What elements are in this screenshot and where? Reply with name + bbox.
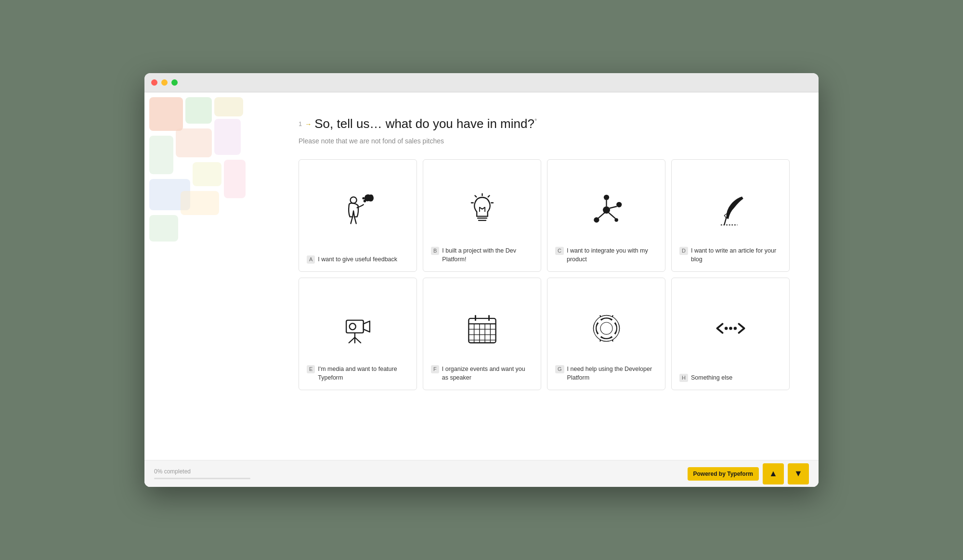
svg-point-59 bbox=[729, 327, 732, 330]
content-wrapper: 1 → So, tell us… what do you have in min… bbox=[144, 92, 819, 460]
close-button[interactable] bbox=[151, 79, 157, 86]
question-title: So, tell us… what do you have in mind?* bbox=[314, 116, 537, 131]
traffic-lights bbox=[151, 79, 178, 86]
calendar-icon bbox=[463, 309, 501, 347]
option-key-d: D bbox=[679, 247, 688, 255]
option-text-f: I organize events and want you as speake… bbox=[442, 365, 533, 382]
feather-icon bbox=[711, 191, 750, 229]
option-label-g: G I need help using the Developer Platfo… bbox=[555, 365, 657, 382]
svg-line-37 bbox=[354, 337, 360, 343]
option-text-g: I need help using the Developer Platform bbox=[567, 365, 657, 382]
app-window: 1 → So, tell us… what do you have in min… bbox=[144, 73, 819, 487]
option-text-a: I want to give useful feedback bbox=[318, 255, 397, 264]
options-grid: A I want to give useful feedback bbox=[299, 159, 790, 390]
network-icon bbox=[587, 191, 625, 229]
question-number-row: 1 → So, tell us… what do you have in min… bbox=[299, 116, 790, 131]
option-card-c[interactable]: C I want to integrate you with my produc… bbox=[547, 159, 665, 272]
option-text-e: I'm media and want to feature Typeform bbox=[318, 365, 409, 382]
option-card-f[interactable]: F I organize events and want you as spea… bbox=[423, 278, 541, 390]
powered-by-badge[interactable]: Powered by Typeform bbox=[688, 467, 759, 481]
option-card-e[interactable]: E I'm media and want to feature Typeform bbox=[299, 278, 417, 390]
nav-up-button[interactable]: ▲ bbox=[763, 463, 784, 484]
option-label-e: E I'm media and want to feature Typeform bbox=[307, 365, 409, 382]
option-label-b: B I built a project with the Dev Platfor… bbox=[431, 247, 533, 264]
option-card-d[interactable]: D I want to write an article for your bl… bbox=[671, 159, 790, 272]
progress-text: 0% completed bbox=[154, 468, 250, 475]
progress-bar-track bbox=[154, 478, 250, 479]
option-label-h: H Something else bbox=[679, 374, 732, 382]
lifebuoy-icon bbox=[587, 309, 625, 347]
option-text-h: Something else bbox=[691, 374, 732, 382]
question-number: 1 bbox=[299, 120, 302, 127]
option-key-f: F bbox=[431, 365, 439, 373]
camera-icon bbox=[338, 309, 377, 347]
option-key-c: C bbox=[555, 247, 564, 255]
svg-rect-32 bbox=[346, 320, 364, 332]
svg-point-11 bbox=[350, 197, 356, 203]
nav-down-button[interactable]: ▼ bbox=[788, 463, 809, 484]
code-dots-icon bbox=[711, 309, 750, 347]
svg-line-18 bbox=[488, 195, 489, 197]
option-card-b[interactable]: B I built a project with the Dev Platfor… bbox=[423, 159, 541, 272]
svg-point-60 bbox=[733, 327, 737, 330]
option-key-e: E bbox=[307, 365, 315, 373]
footer: 0% completed Powered by Typeform ▲ ▼ bbox=[144, 460, 819, 487]
question-subtitle: Please note that we are not fond of sale… bbox=[299, 137, 790, 145]
svg-line-29 bbox=[598, 213, 604, 218]
option-card-a[interactable]: A I want to give useful feedback bbox=[299, 159, 417, 272]
minimize-button[interactable] bbox=[161, 79, 168, 86]
option-key-a: A bbox=[307, 255, 315, 264]
option-key-b: B bbox=[431, 247, 439, 255]
question-header: 1 → So, tell us… what do you have in min… bbox=[299, 116, 790, 145]
option-text-c: I want to integrate you with my product bbox=[567, 247, 657, 264]
svg-line-20 bbox=[475, 195, 476, 197]
lightbulb-icon bbox=[463, 191, 501, 229]
powered-by-prefix: Powered by bbox=[693, 471, 728, 477]
svg-line-28 bbox=[610, 206, 617, 208]
svg-marker-33 bbox=[363, 321, 369, 332]
svg-point-14 bbox=[362, 197, 364, 199]
thinking-person-icon bbox=[338, 191, 377, 229]
option-key-h: H bbox=[679, 374, 688, 382]
option-text-d: I want to write an article for your blog bbox=[691, 247, 781, 264]
option-label-a: A I want to give useful feedback bbox=[307, 255, 397, 264]
svg-point-34 bbox=[349, 323, 355, 330]
main-area: 1 → So, tell us… what do you have in min… bbox=[144, 92, 819, 487]
option-card-h[interactable]: H Something else bbox=[671, 278, 790, 390]
svg-point-24 bbox=[616, 202, 622, 207]
svg-point-51 bbox=[600, 322, 612, 334]
svg-point-58 bbox=[724, 327, 728, 330]
svg-rect-39 bbox=[468, 318, 495, 343]
option-label-c: C I want to integrate you with my produc… bbox=[555, 247, 657, 264]
footer-right: Powered by Typeform ▲ ▼ bbox=[688, 463, 809, 484]
option-label-f: F I organize events and want you as spea… bbox=[431, 365, 533, 382]
question-arrow: → bbox=[305, 120, 312, 128]
svg-point-57 bbox=[599, 321, 613, 335]
option-text-b: I built a project with the Dev Platform! bbox=[442, 247, 533, 264]
svg-line-36 bbox=[349, 337, 354, 343]
option-card-g[interactable]: G I need help using the Developer Platfo… bbox=[547, 278, 665, 390]
svg-point-23 bbox=[603, 194, 609, 200]
option-label-d: D I want to write an article for your bl… bbox=[679, 247, 781, 264]
progress-section: 0% completed bbox=[154, 468, 250, 479]
svg-line-30 bbox=[609, 213, 615, 218]
maximize-button[interactable] bbox=[171, 79, 178, 86]
titlebar bbox=[144, 73, 819, 92]
powered-by-brand: Typeform bbox=[727, 471, 753, 477]
svg-point-56 bbox=[595, 317, 618, 340]
option-key-g: G bbox=[555, 365, 564, 373]
